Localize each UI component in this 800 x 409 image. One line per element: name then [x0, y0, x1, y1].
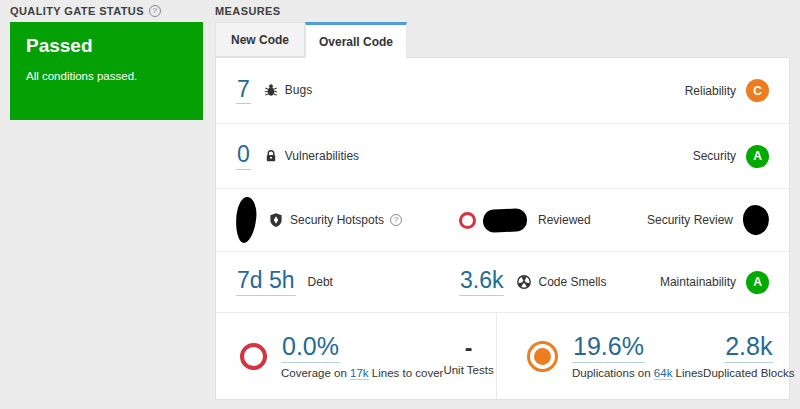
- help-icon[interactable]: [149, 5, 161, 17]
- measures-header: MEASURES: [215, 4, 790, 17]
- hotspots-reviewed-group: Reviewed: [459, 209, 591, 232]
- quality-gate-card: Passed All conditions passed.: [10, 22, 203, 120]
- coverage-label-suffix: Lines to cover: [372, 367, 444, 379]
- measures-tabs: New Code Overall Code: [215, 22, 790, 57]
- security-review-label: Security Review: [647, 213, 733, 227]
- measure-row-coverage-duplications: 0.0% Coverage on 17k Lines to cover - Un…: [216, 313, 789, 399]
- bug-icon: [263, 82, 279, 98]
- measure-row-security-hotspots: Security Hotspots Reviewed Security Revi…: [216, 189, 789, 252]
- unit-tests-label: Unit Tests: [443, 364, 493, 376]
- measures-title: MEASURES: [215, 5, 281, 17]
- duplicated-blocks-label: Duplicated Blocks: [703, 367, 794, 379]
- coverage-block: 0.0% Coverage on 17k Lines to cover: [281, 333, 443, 378]
- duplications-gauge-icon: [527, 341, 558, 372]
- measures-section: MEASURES New Code Overall Code 7: [215, 4, 790, 400]
- duplications-section: 19.6% Duplications on 64k Lines 2.8k Dup…: [497, 313, 800, 399]
- unit-tests-block: - Unit Tests: [443, 336, 493, 376]
- code-smells-label-group: Code Smells: [516, 274, 606, 290]
- debt-value-link[interactable]: 7d 5h: [236, 268, 296, 295]
- tab-overall-code[interactable]: Overall Code: [305, 22, 407, 58]
- bugs-count-link[interactable]: 7: [236, 77, 251, 104]
- lock-icon: [263, 148, 279, 164]
- debt-metric: 7d 5h Debt: [236, 268, 459, 295]
- tab-new-code[interactable]: New Code: [215, 22, 305, 57]
- duplicated-blocks-block: 2.8k Duplicated Blocks: [703, 333, 794, 378]
- vulnerabilities-label: Vulnerabilities: [285, 149, 359, 163]
- shield-icon: [268, 212, 284, 228]
- measure-row-maintainability: 7d 5h Debt 3.6k Code Smells: [216, 252, 789, 313]
- coverage-value-link[interactable]: 0.0%: [281, 333, 340, 362]
- code-smells-label: Code Smells: [538, 275, 606, 289]
- redacted-reviewed-value: [483, 208, 528, 233]
- measure-row-bugs: 7 Bugs: [216, 58, 789, 124]
- code-smells-metric: 3.6k Code Smells: [459, 268, 607, 295]
- reliability-rating-group: Reliability C: [685, 79, 769, 102]
- coverage-section: 0.0% Coverage on 17k Lines to cover - Un…: [216, 313, 497, 399]
- vulnerabilities-metric: 0 Vulnerabilities: [236, 142, 359, 169]
- maintainability-label: Maintainability: [660, 275, 736, 289]
- quality-gate-title: QUALITY GATE STATUS: [10, 5, 144, 17]
- quality-gate-section: QUALITY GATE STATUS Passed All condition…: [10, 4, 203, 120]
- vulnerabilities-count-link[interactable]: 0: [236, 142, 251, 169]
- code-smells-count-link[interactable]: 3.6k: [459, 268, 504, 295]
- coverage-sub-label: Coverage on 17k Lines to cover: [281, 367, 443, 379]
- duplications-value-link[interactable]: 19.6%: [572, 333, 645, 362]
- redacted-security-review-badge: [741, 203, 771, 236]
- maintainability-rating-group: Maintainability A: [660, 271, 769, 294]
- duplications-label-prefix: Duplications on: [572, 367, 651, 379]
- security-rating-group: Security A: [693, 145, 769, 168]
- reviewed-gauge-icon: [459, 212, 476, 229]
- bugs-metric: 7 Bugs: [236, 77, 312, 104]
- quality-gate-description: All conditions passed.: [26, 70, 187, 82]
- hotspots-label: Security Hotspots: [290, 213, 384, 227]
- lines-to-cover-link[interactable]: 17k: [350, 367, 369, 380]
- hotspots-metric: Security Hotspots: [236, 197, 459, 243]
- redacted-hotspots-count: [234, 196, 259, 244]
- duplications-label-suffix: Lines: [676, 367, 704, 379]
- duplications-sub-label: Duplications on 64k Lines: [572, 367, 703, 379]
- maintainability-rating-badge[interactable]: A: [746, 271, 769, 294]
- vulnerabilities-label-group: Vulnerabilities: [263, 148, 359, 164]
- coverage-label-prefix: Coverage on: [281, 367, 347, 379]
- measure-row-vulnerabilities: 0 Vulnerabilities Security A: [216, 124, 789, 189]
- help-icon[interactable]: [390, 214, 402, 226]
- code-smells-icon: [516, 274, 532, 290]
- bugs-label: Bugs: [285, 83, 312, 97]
- coverage-gauge-icon: [240, 343, 267, 370]
- security-review-rating-group: Security Review: [647, 205, 769, 235]
- security-rating-badge[interactable]: A: [746, 145, 769, 168]
- bugs-label-group: Bugs: [263, 82, 312, 98]
- quality-gate-status: Passed: [26, 35, 187, 57]
- debt-label: Debt: [308, 275, 333, 289]
- reliability-rating-badge[interactable]: C: [746, 79, 769, 102]
- security-label: Security: [693, 149, 736, 163]
- quality-gate-header: QUALITY GATE STATUS: [10, 4, 203, 17]
- hotspots-label-group: Security Hotspots: [268, 212, 402, 228]
- reviewed-label: Reviewed: [538, 213, 591, 227]
- duplications-block: 19.6% Duplications on 64k Lines: [572, 333, 703, 378]
- duplication-lines-link[interactable]: 64k: [654, 367, 673, 380]
- duplicated-blocks-value-link[interactable]: 2.8k: [724, 333, 773, 362]
- measures-panel: 7 Bugs: [215, 57, 790, 400]
- unit-tests-value: -: [443, 336, 493, 360]
- reliability-label: Reliability: [685, 84, 736, 98]
